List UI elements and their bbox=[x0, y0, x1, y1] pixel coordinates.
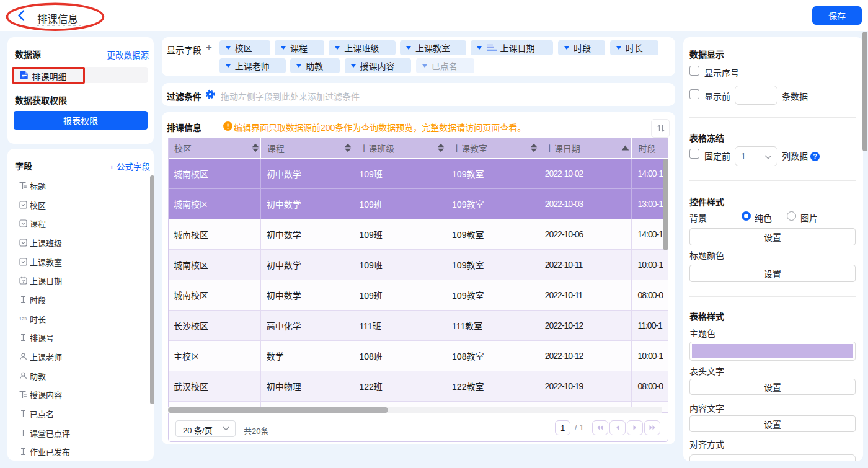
svg-text:123: 123 bbox=[19, 316, 27, 322]
